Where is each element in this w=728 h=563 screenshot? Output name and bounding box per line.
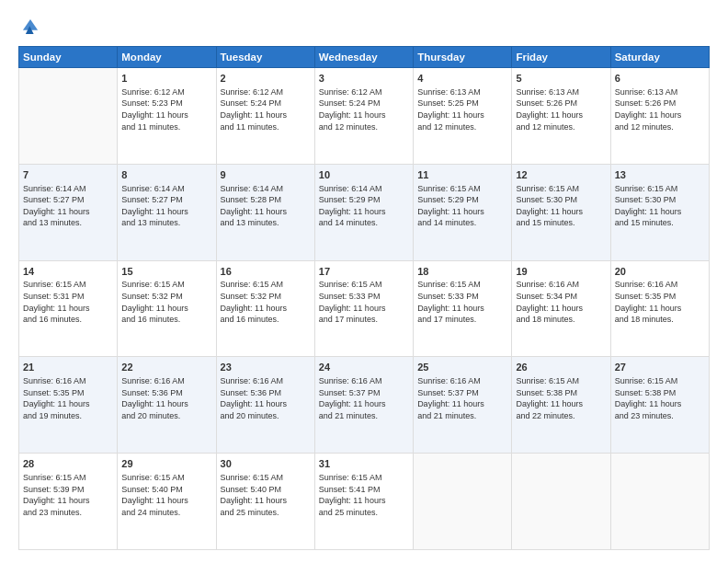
- day-info: Sunrise: 6:14 AM Sunset: 5:27 PM Dayligh…: [121, 183, 211, 229]
- calendar-week-row: 1Sunrise: 6:12 AM Sunset: 5:23 PM Daylig…: [19, 68, 710, 165]
- calendar-cell: 28Sunrise: 6:15 AM Sunset: 5:39 PM Dayli…: [19, 454, 118, 550]
- day-info: Sunrise: 6:13 AM Sunset: 5:25 PM Dayligh…: [417, 86, 507, 132]
- day-number: 27: [615, 361, 705, 374]
- day-number: 18: [417, 265, 507, 279]
- calendar-cell: 10Sunrise: 6:14 AM Sunset: 5:29 PM Dayli…: [314, 164, 413, 260]
- calendar-cell: 20Sunrise: 6:16 AM Sunset: 5:35 PM Dayli…: [610, 260, 709, 357]
- day-info: Sunrise: 6:15 AM Sunset: 5:30 PM Dayligh…: [615, 183, 705, 229]
- calendar-header-thursday: Thursday: [414, 47, 512, 68]
- calendar-cell: [512, 454, 610, 550]
- day-info: Sunrise: 6:15 AM Sunset: 5:30 PM Dayligh…: [516, 183, 606, 229]
- calendar-cell: 16Sunrise: 6:15 AM Sunset: 5:32 PM Dayli…: [216, 260, 314, 357]
- day-info: Sunrise: 6:15 AM Sunset: 5:32 PM Dayligh…: [221, 279, 311, 325]
- day-number: 1: [121, 72, 211, 86]
- day-number: 28: [23, 457, 113, 471]
- day-info: Sunrise: 6:15 AM Sunset: 5:29 PM Dayligh…: [417, 183, 507, 229]
- day-number: 5: [516, 72, 606, 86]
- calendar-week-row: 14Sunrise: 6:15 AM Sunset: 5:31 PM Dayli…: [19, 260, 710, 357]
- calendar-week-row: 7Sunrise: 6:14 AM Sunset: 5:27 PM Daylig…: [19, 164, 710, 260]
- day-info: Sunrise: 6:16 AM Sunset: 5:37 PM Dayligh…: [417, 375, 507, 421]
- logo-area: [18, 17, 40, 37]
- day-info: Sunrise: 6:16 AM Sunset: 5:35 PM Dayligh…: [23, 375, 113, 421]
- calendar-cell: 15Sunrise: 6:15 AM Sunset: 5:32 PM Dayli…: [118, 260, 216, 357]
- day-number: 4: [417, 72, 507, 86]
- day-info: Sunrise: 6:16 AM Sunset: 5:34 PM Dayligh…: [516, 279, 606, 325]
- calendar-cell: 4Sunrise: 6:13 AM Sunset: 5:25 PM Daylig…: [414, 68, 512, 165]
- calendar-cell: 23Sunrise: 6:16 AM Sunset: 5:36 PM Dayli…: [216, 357, 314, 454]
- day-info: Sunrise: 6:16 AM Sunset: 5:36 PM Dayligh…: [121, 375, 211, 421]
- day-info: Sunrise: 6:12 AM Sunset: 5:24 PM Dayligh…: [221, 86, 311, 132]
- day-info: Sunrise: 6:13 AM Sunset: 5:26 PM Dayligh…: [516, 86, 606, 132]
- calendar-cell: 27Sunrise: 6:15 AM Sunset: 5:38 PM Dayli…: [610, 357, 709, 454]
- day-number: 2: [221, 72, 311, 86]
- header: [18, 17, 710, 37]
- day-info: Sunrise: 6:15 AM Sunset: 5:41 PM Dayligh…: [319, 472, 409, 518]
- day-info: Sunrise: 6:15 AM Sunset: 5:38 PM Dayligh…: [615, 375, 705, 421]
- calendar-cell: 14Sunrise: 6:15 AM Sunset: 5:31 PM Dayli…: [19, 260, 118, 357]
- day-info: Sunrise: 6:16 AM Sunset: 5:36 PM Dayligh…: [221, 375, 311, 421]
- day-info: Sunrise: 6:15 AM Sunset: 5:31 PM Dayligh…: [23, 279, 113, 325]
- day-number: 23: [221, 361, 311, 374]
- day-info: Sunrise: 6:16 AM Sunset: 5:35 PM Dayligh…: [615, 279, 705, 325]
- day-number: 31: [319, 457, 409, 471]
- day-number: 6: [615, 72, 705, 86]
- day-number: 17: [319, 265, 409, 279]
- calendar-cell: 18Sunrise: 6:15 AM Sunset: 5:33 PM Dayli…: [414, 260, 512, 357]
- calendar-cell: 26Sunrise: 6:15 AM Sunset: 5:38 PM Dayli…: [512, 357, 610, 454]
- calendar-header-wednesday: Wednesday: [314, 47, 413, 68]
- calendar-cell: 2Sunrise: 6:12 AM Sunset: 5:24 PM Daylig…: [216, 68, 314, 165]
- logo-icon: [20, 17, 40, 37]
- calendar-cell: 9Sunrise: 6:14 AM Sunset: 5:28 PM Daylig…: [216, 164, 314, 260]
- day-info: Sunrise: 6:15 AM Sunset: 5:40 PM Dayligh…: [121, 472, 211, 518]
- day-info: Sunrise: 6:14 AM Sunset: 5:29 PM Dayligh…: [319, 183, 409, 229]
- day-number: 30: [221, 457, 311, 471]
- logo-text: [18, 17, 40, 37]
- day-number: 26: [516, 361, 606, 374]
- calendar-header-tuesday: Tuesday: [216, 47, 314, 68]
- day-info: Sunrise: 6:15 AM Sunset: 5:33 PM Dayligh…: [417, 279, 507, 325]
- day-number: 15: [121, 265, 211, 279]
- day-info: Sunrise: 6:15 AM Sunset: 5:38 PM Dayligh…: [516, 375, 606, 421]
- day-info: Sunrise: 6:15 AM Sunset: 5:33 PM Dayligh…: [319, 279, 409, 325]
- day-info: Sunrise: 6:15 AM Sunset: 5:40 PM Dayligh…: [221, 472, 311, 518]
- calendar-cell: 3Sunrise: 6:12 AM Sunset: 5:24 PM Daylig…: [314, 68, 413, 165]
- calendar-cell: 7Sunrise: 6:14 AM Sunset: 5:27 PM Daylig…: [19, 164, 118, 260]
- day-info: Sunrise: 6:15 AM Sunset: 5:32 PM Dayligh…: [121, 279, 211, 325]
- day-number: 10: [319, 168, 409, 182]
- day-number: 11: [417, 168, 507, 182]
- day-number: 22: [121, 361, 211, 374]
- calendar-cell: 21Sunrise: 6:16 AM Sunset: 5:35 PM Dayli…: [19, 357, 118, 454]
- calendar-cell: [19, 68, 118, 165]
- calendar-cell: 29Sunrise: 6:15 AM Sunset: 5:40 PM Dayli…: [118, 454, 216, 550]
- calendar-cell: 22Sunrise: 6:16 AM Sunset: 5:36 PM Dayli…: [118, 357, 216, 454]
- calendar-header-row: SundayMondayTuesdayWednesdayThursdayFrid…: [19, 47, 710, 68]
- calendar-cell: 13Sunrise: 6:15 AM Sunset: 5:30 PM Dayli…: [610, 164, 709, 260]
- day-number: 16: [221, 265, 311, 279]
- calendar-header-sunday: Sunday: [19, 47, 118, 68]
- day-number: 9: [221, 168, 311, 182]
- calendar-cell: 11Sunrise: 6:15 AM Sunset: 5:29 PM Dayli…: [414, 164, 512, 260]
- calendar-cell: 30Sunrise: 6:15 AM Sunset: 5:40 PM Dayli…: [216, 454, 314, 550]
- day-number: 13: [615, 168, 705, 182]
- day-number: 12: [516, 168, 606, 182]
- calendar-cell: [610, 454, 709, 550]
- calendar-week-row: 28Sunrise: 6:15 AM Sunset: 5:39 PM Dayli…: [19, 454, 710, 550]
- day-number: 3: [319, 72, 409, 86]
- calendar-cell: 8Sunrise: 6:14 AM Sunset: 5:27 PM Daylig…: [118, 164, 216, 260]
- day-info: Sunrise: 6:12 AM Sunset: 5:23 PM Dayligh…: [121, 86, 211, 132]
- calendar-week-row: 21Sunrise: 6:16 AM Sunset: 5:35 PM Dayli…: [19, 357, 710, 454]
- page: SundayMondayTuesdayWednesdayThursdayFrid…: [0, 0, 728, 563]
- day-info: Sunrise: 6:12 AM Sunset: 5:24 PM Dayligh…: [319, 86, 409, 132]
- day-number: 7: [23, 168, 113, 182]
- day-number: 29: [121, 457, 211, 471]
- calendar-cell: 1Sunrise: 6:12 AM Sunset: 5:23 PM Daylig…: [118, 68, 216, 165]
- day-number: 19: [516, 265, 606, 279]
- calendar-cell: 17Sunrise: 6:15 AM Sunset: 5:33 PM Dayli…: [314, 260, 413, 357]
- calendar-cell: 19Sunrise: 6:16 AM Sunset: 5:34 PM Dayli…: [512, 260, 610, 357]
- day-info: Sunrise: 6:15 AM Sunset: 5:39 PM Dayligh…: [23, 472, 113, 518]
- day-info: Sunrise: 6:14 AM Sunset: 5:28 PM Dayligh…: [221, 183, 311, 229]
- day-number: 24: [319, 361, 409, 374]
- calendar-cell: 24Sunrise: 6:16 AM Sunset: 5:37 PM Dayli…: [314, 357, 413, 454]
- calendar-cell: 12Sunrise: 6:15 AM Sunset: 5:30 PM Dayli…: [512, 164, 610, 260]
- calendar-cell: 31Sunrise: 6:15 AM Sunset: 5:41 PM Dayli…: [314, 454, 413, 550]
